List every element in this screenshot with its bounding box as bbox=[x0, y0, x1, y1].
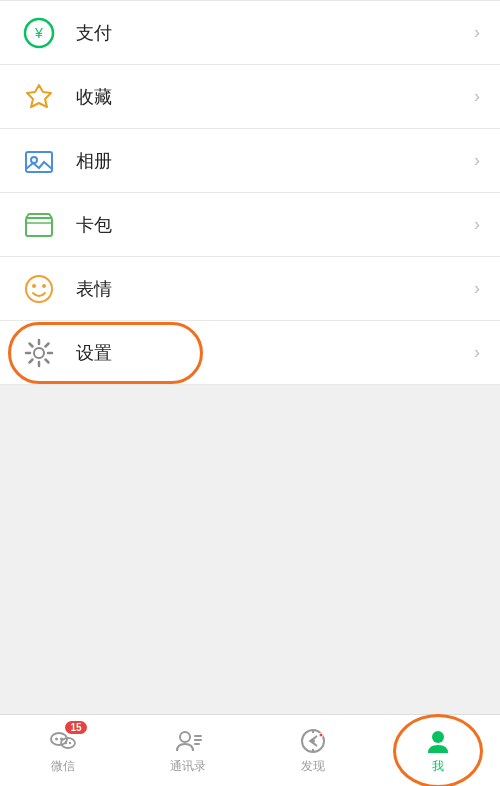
menu-item-emoji[interactable]: 表情 › bbox=[0, 257, 500, 321]
wechat-badge: 15 bbox=[65, 721, 86, 734]
svg-point-14 bbox=[61, 738, 75, 748]
chevron-favorites: › bbox=[474, 86, 480, 107]
menu-label-photos: 相册 bbox=[76, 149, 466, 173]
svg-point-27 bbox=[432, 731, 444, 743]
emoji-icon bbox=[20, 270, 58, 308]
me-tab-icon bbox=[424, 727, 452, 755]
chevron-photos: › bbox=[474, 150, 480, 171]
svg-marker-2 bbox=[27, 85, 51, 107]
svg-point-8 bbox=[32, 284, 36, 288]
svg-text:¥: ¥ bbox=[34, 25, 43, 41]
tab-discover[interactable]: 发现 bbox=[250, 715, 375, 786]
tab-label-discover: 发现 bbox=[301, 758, 325, 775]
tab-label-contacts: 通讯录 bbox=[170, 758, 206, 775]
svg-point-7 bbox=[26, 276, 52, 302]
chevron-emoji: › bbox=[474, 278, 480, 299]
menu-item-favorites[interactable]: 收藏 › bbox=[0, 65, 500, 129]
svg-point-15 bbox=[64, 741, 66, 743]
menu-label-settings: 设置 bbox=[76, 341, 466, 365]
menu-list: ¥ 支付 › 收藏 › 相册 bbox=[0, 0, 500, 385]
chevron-wallet: › bbox=[474, 214, 480, 235]
svg-point-10 bbox=[34, 348, 44, 358]
menu-item-photos[interactable]: 相册 › bbox=[0, 129, 500, 193]
svg-point-12 bbox=[55, 737, 58, 740]
app-container: ¥ 支付 › 收藏 › 相册 bbox=[0, 0, 500, 786]
menu-item-payment[interactable]: ¥ 支付 › bbox=[0, 1, 500, 65]
tab-contacts[interactable]: 通讯录 bbox=[125, 715, 250, 786]
tab-label-me: 我 bbox=[432, 758, 444, 775]
chevron-settings: › bbox=[474, 342, 480, 363]
tab-me[interactable]: 我 bbox=[375, 715, 500, 786]
menu-item-settings[interactable]: 设置 › bbox=[0, 321, 500, 385]
tab-bar: 15 微信 通讯录 bbox=[0, 714, 500, 786]
payment-icon: ¥ bbox=[20, 14, 58, 52]
menu-item-wallet[interactable]: 卡包 › bbox=[0, 193, 500, 257]
svg-point-26 bbox=[319, 733, 323, 737]
svg-point-9 bbox=[42, 284, 46, 288]
menu-label-favorites: 收藏 bbox=[76, 85, 466, 109]
svg-point-4 bbox=[31, 157, 37, 163]
svg-point-23 bbox=[311, 739, 315, 743]
svg-point-17 bbox=[180, 732, 190, 742]
favorites-icon bbox=[20, 78, 58, 116]
tab-wechat[interactable]: 15 微信 bbox=[0, 715, 125, 786]
tab-label-wechat: 微信 bbox=[51, 758, 75, 775]
settings-icon bbox=[20, 334, 58, 372]
svg-rect-5 bbox=[26, 218, 52, 236]
wallet-icon bbox=[20, 206, 58, 244]
menu-label-payment: 支付 bbox=[76, 21, 466, 45]
menu-label-emoji: 表情 bbox=[76, 277, 466, 301]
svg-point-16 bbox=[68, 741, 70, 743]
contacts-tab-icon bbox=[174, 727, 202, 755]
discover-tab-icon bbox=[299, 727, 327, 755]
photos-icon bbox=[20, 142, 58, 180]
chevron-payment: › bbox=[474, 22, 480, 43]
menu-label-wallet: 卡包 bbox=[76, 213, 466, 237]
wechat-tab-icon: 15 bbox=[49, 727, 77, 755]
